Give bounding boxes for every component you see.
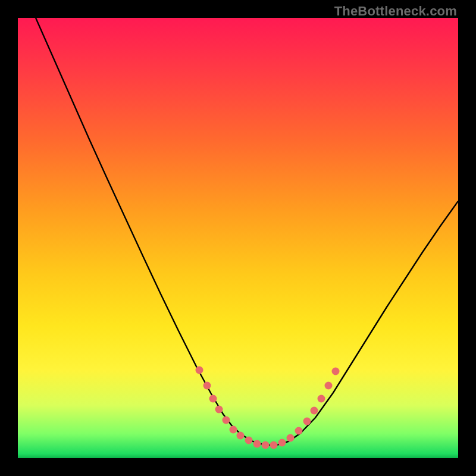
gradient-plot-area bbox=[18, 18, 458, 458]
watermark-text: TheBottleneck.com bbox=[334, 4, 457, 19]
